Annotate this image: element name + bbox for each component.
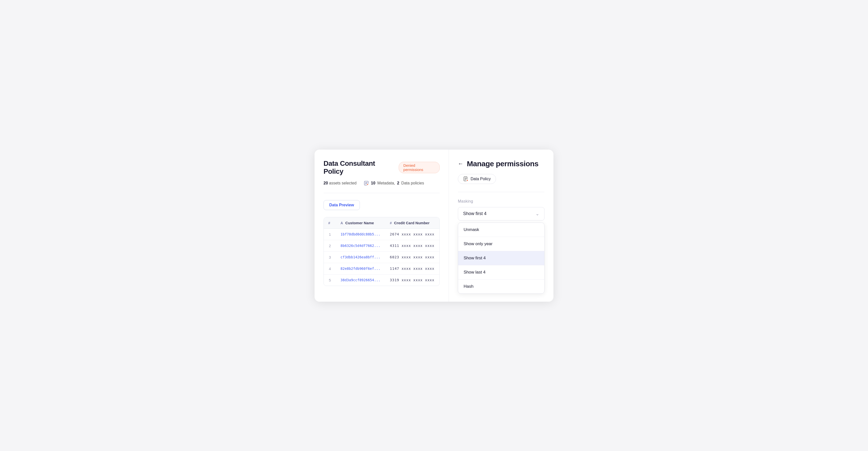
credit-card-cell: 1147 xxxx xxxx xxxx bbox=[385, 263, 439, 274]
credit-card-cell: 2674 xxxx xxxx xxxx bbox=[385, 229, 439, 240]
customer-name-cell: 38d3a9ccf8926654... bbox=[336, 274, 385, 286]
policy-pill-label: Data Policy bbox=[471, 177, 491, 181]
table-row: 4 82e8b2fdb960f6ef... 1147 xxxx xxxx xxx… bbox=[324, 263, 439, 274]
row-num: 3 bbox=[324, 252, 336, 263]
customer-name-cell: 82e8b2fdb960f6ef... bbox=[336, 263, 385, 274]
customer-name-cell: 8b6326c5d4df7662... bbox=[336, 240, 385, 252]
policy-header: Data Consultant Policy Denied permission… bbox=[323, 159, 440, 176]
customer-name-cell: cf3dbb1426ea8bff... bbox=[336, 252, 385, 263]
col-header-customer: A Customer Name bbox=[336, 217, 385, 229]
asset-info-right: 10 Metadata, 2 Data policies bbox=[364, 180, 424, 186]
table-row: 3 cf3dbb1426ea8bff... 6023 xxxx xxxx xxx… bbox=[324, 252, 439, 263]
manage-title: Manage permissions bbox=[467, 159, 538, 168]
masking-dropdown[interactable]: Show first 4 ⌄ bbox=[458, 207, 545, 220]
table-row: 5 38d3a9ccf8926654... 3319 xxxx xxxx xxx… bbox=[324, 274, 439, 286]
row-num: 1 bbox=[324, 229, 336, 240]
dropdown-selected-value: Show first 4 bbox=[463, 211, 487, 216]
data-table: # A Customer Name # Credit Card Number 1… bbox=[323, 217, 440, 286]
dropdown-item[interactable]: Hash bbox=[458, 279, 544, 294]
table-row: 2 8b6326c5d4df7662... 4311 xxxx xxxx xxx… bbox=[324, 240, 439, 252]
main-container: Data Consultant Policy Denied permission… bbox=[315, 150, 553, 302]
credit-card-cell: 3319 xxxx xxxx xxxx bbox=[385, 274, 439, 286]
policy-pill[interactable]: Data Policy bbox=[458, 174, 496, 184]
dropdown-item[interactable]: Show first 4 bbox=[458, 251, 544, 265]
policies-label: Data policies bbox=[401, 181, 424, 185]
col-header-num: # bbox=[324, 217, 336, 229]
metadata-label: Metadata, bbox=[377, 181, 395, 185]
row-num: 4 bbox=[324, 263, 336, 274]
masking-label: Masking bbox=[458, 199, 545, 204]
assets-label: assets selected bbox=[329, 181, 356, 185]
credit-card-cell: 4311 xxxx xxxx xxxx bbox=[385, 240, 439, 252]
assets-count: 20 bbox=[323, 181, 328, 185]
denied-badge: Denied permissions bbox=[399, 162, 440, 173]
divider bbox=[323, 193, 440, 193]
policy-pill-icon bbox=[463, 176, 469, 182]
dropdown-menu: UnmaskShow only yearShow first 4Show las… bbox=[458, 222, 545, 294]
policy-title: Data Consultant Policy bbox=[323, 159, 394, 176]
back-arrow[interactable]: ← bbox=[458, 161, 463, 167]
dropdown-item[interactable]: Unmask bbox=[458, 223, 544, 237]
row-num: 5 bbox=[324, 274, 336, 286]
right-divider bbox=[458, 192, 545, 192]
left-panel: Data Consultant Policy Denied permission… bbox=[315, 150, 449, 302]
assets-count-text: 20 assets selected bbox=[323, 181, 356, 185]
chevron-down-icon: ⌄ bbox=[535, 211, 539, 216]
asset-info: 20 assets selected 10 Metadata, 2 Data p… bbox=[323, 180, 440, 186]
metadata-count: 10 bbox=[371, 181, 375, 185]
right-panel: ← Manage permissions Data Policy Masking… bbox=[449, 150, 553, 302]
col-header-card: # Credit Card Number bbox=[385, 217, 439, 229]
policy-pill-wrapper: Data Policy bbox=[458, 174, 545, 192]
dropdown-item[interactable]: Show last 4 bbox=[458, 265, 544, 279]
data-preview-button[interactable]: Data Preview bbox=[323, 200, 360, 210]
policies-count: 2 bbox=[397, 181, 399, 185]
dropdown-item[interactable]: Show only year bbox=[458, 237, 544, 251]
table-header-row: # A Customer Name # Credit Card Number bbox=[324, 217, 439, 229]
table-row: 1 1bf78dbd0ddc88b5... 2674 xxxx xxxx xxx… bbox=[324, 229, 439, 240]
credit-card-cell: 6023 xxxx xxxx xxxx bbox=[385, 252, 439, 263]
row-num: 2 bbox=[324, 240, 336, 252]
customer-name-cell: 1bf78dbd0ddc88b5... bbox=[336, 229, 385, 240]
metadata-icon bbox=[364, 180, 369, 186]
manage-header: ← Manage permissions bbox=[458, 159, 545, 168]
